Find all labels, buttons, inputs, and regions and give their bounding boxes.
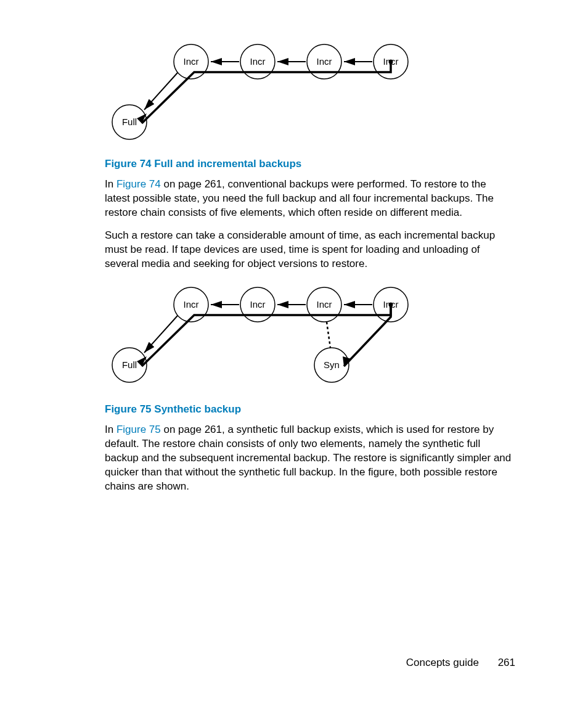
page-footer: Concepts guide 261 bbox=[406, 656, 515, 670]
svg-marker-9 bbox=[137, 113, 147, 123]
figure-75-title: Figure 75 Synthetic backup bbox=[105, 403, 514, 417]
paragraph: Such a restore can take a considerable a… bbox=[105, 229, 514, 271]
text: In bbox=[105, 424, 116, 435]
figure-74-title: Figure 74 Full and incremental backups bbox=[105, 157, 514, 171]
node-incr: Incr bbox=[316, 299, 332, 310]
figure-74-link[interactable]: Figure 74 bbox=[116, 178, 161, 190]
text: In bbox=[105, 178, 116, 190]
svg-point-8 bbox=[389, 60, 393, 64]
node-incr: Incr bbox=[316, 56, 332, 67]
figure-75-link[interactable]: Figure 75 bbox=[116, 424, 161, 435]
node-incr: Incr bbox=[250, 56, 265, 67]
svg-line-24 bbox=[327, 322, 330, 348]
footer-label: Concepts guide bbox=[406, 657, 479, 668]
node-incr: Incr bbox=[250, 299, 265, 310]
figure-75-diagram: Incr Incr Incr Incr Full Syn bbox=[111, 280, 514, 392]
svg-marker-21 bbox=[137, 356, 147, 366]
node-full: Full bbox=[122, 117, 137, 127]
text: on page 261, conventional backups were p… bbox=[105, 178, 494, 218]
text: on page 261, a synthetic full backup exi… bbox=[105, 424, 511, 492]
node-incr: Incr bbox=[183, 56, 198, 67]
paragraph: In Figure 75 on page 261, a synthetic fu… bbox=[105, 423, 514, 494]
node-syn: Syn bbox=[324, 359, 340, 370]
page-number: 261 bbox=[498, 657, 515, 668]
figure-74-diagram: Incr Incr Incr Incr Full bbox=[111, 37, 514, 146]
paragraph: In Figure 74 on page 261, conventional b… bbox=[105, 178, 514, 220]
node-incr: Incr bbox=[183, 299, 198, 310]
node-full: Full bbox=[122, 359, 137, 370]
